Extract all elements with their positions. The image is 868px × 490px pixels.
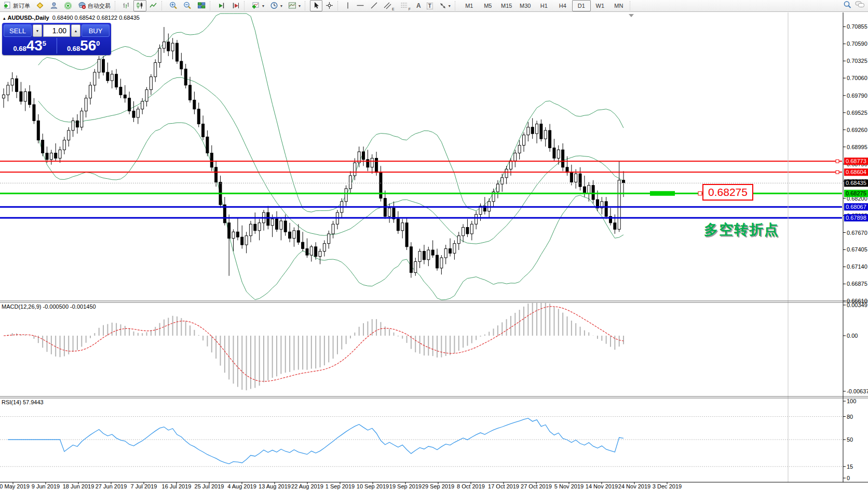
signals-icon: [64, 2, 72, 10]
market-watch-button[interactable]: [33, 0, 47, 11]
periods-button[interactable]: ▾: [267, 0, 285, 11]
crosshair-tool-button[interactable]: [323, 0, 336, 11]
templates-button[interactable]: ▾: [286, 0, 303, 11]
autotrading-button[interactable]: 自动交易: [75, 0, 113, 11]
date-label[interactable]: 10 Sep 2019: [357, 483, 389, 489]
timeframe-button-MN[interactable]: MN: [609, 0, 628, 11]
volume-input[interactable]: [43, 24, 70, 37]
date-label[interactable]: 1 Sep 2019: [326, 483, 355, 489]
date-label[interactable]: 30 May 2019: [0, 483, 30, 489]
volume-increase-button[interactable]: ▲: [71, 24, 80, 37]
candle-body: [167, 42, 170, 51]
price-badge-label: 0.68067: [846, 204, 866, 210]
hline-end-handle[interactable]: [836, 170, 839, 174]
profiles-button[interactable]: [47, 0, 61, 11]
price-callout-box[interactable]: 0.68275: [702, 184, 753, 201]
candle-body: [171, 43, 174, 51]
templates-dropdown-arrow[interactable]: ▾: [299, 4, 301, 8]
hline-anchor-handle[interactable]: [698, 192, 702, 195]
autotrading-label: 自动交易: [88, 2, 111, 10]
trendline-tool-button[interactable]: [368, 0, 381, 11]
candle-body: [29, 91, 31, 104]
line-chart-icon: [150, 2, 157, 10]
text-tool-button[interactable]: A: [414, 0, 424, 11]
toolbar-right-icons: [843, 1, 865, 11]
date-label[interactable]: 9 Jun 2019: [32, 483, 60, 489]
chart-shift-marker[interactable]: [629, 14, 634, 17]
candle-body: [375, 158, 378, 172]
date-label[interactable]: 8 Oct 2019: [457, 483, 485, 489]
date-label[interactable]: 19 Sep 2019: [389, 483, 422, 489]
periods-dropdown-arrow[interactable]: ▾: [280, 4, 282, 8]
timeframe-button-H1[interactable]: H1: [535, 0, 553, 11]
candle-body: [180, 61, 183, 69]
date-label[interactable]: 13 Aug 2019: [259, 483, 291, 489]
chart-canvas[interactable]: 0.708550.705900.703250.700600.697900.695…: [0, 0, 868, 490]
collapse-subwindow-icon[interactable]: ▴: [3, 16, 6, 21]
date-label[interactable]: 4 Aug 2019: [227, 483, 256, 489]
zoom-in-button[interactable]: [167, 0, 180, 11]
volume-decrease-button[interactable]: ▼: [33, 24, 42, 37]
indicators-button[interactable]: ▾: [249, 0, 267, 11]
indicators-dropdown-arrow[interactable]: ▾: [262, 4, 264, 8]
text-label-tool-button[interactable]: T: [424, 0, 436, 11]
candle-body: [89, 85, 92, 98]
date-label[interactable]: 24 Nov 2019: [618, 483, 650, 489]
tile-windows-button[interactable]: [195, 0, 208, 11]
timeframe-button-W1[interactable]: W1: [591, 0, 609, 11]
date-label[interactable]: 16 Jul 2019: [162, 483, 192, 489]
date-label[interactable]: 27 Jun 2019: [96, 483, 127, 489]
candle-body: [345, 189, 347, 202]
rsi-line: [8, 418, 623, 464]
date-label[interactable]: 17 Oct 2019: [488, 483, 519, 489]
toolbar-separator: [244, 1, 248, 10]
search-icon[interactable]: [843, 1, 852, 11]
candle-body: [423, 251, 425, 260]
fibonacci-tool-button[interactable]: F: [398, 0, 413, 11]
candle-body: [431, 250, 434, 255]
sell-button[interactable]: SELL: [4, 24, 32, 37]
chat-icon[interactable]: [855, 1, 865, 11]
timeframe-button-H4[interactable]: H4: [553, 0, 572, 11]
sell-price[interactable]: 0.68435: [4, 38, 56, 54]
bar-chart-button[interactable]: [120, 0, 133, 11]
date-label[interactable]: 22 Aug 2019: [291, 483, 323, 489]
candle-body: [24, 91, 26, 101]
toolbar-separator: [455, 1, 458, 10]
candlestick-chart-button[interactable]: [133, 0, 146, 11]
arrows-dropdown-arrow[interactable]: ▾: [449, 4, 451, 8]
vertical-line-tool-button[interactable]: [343, 0, 353, 11]
date-label[interactable]: 29 Sep 2019: [422, 483, 454, 489]
hline-selection-handle[interactable]: [650, 191, 675, 196]
new-order-icon: [4, 2, 11, 10]
date-label[interactable]: 18 Jun 2019: [63, 483, 94, 489]
date-label[interactable]: 7 Jul 2019: [131, 483, 157, 489]
buy-price-prefix: 0.68: [67, 45, 80, 52]
candle-body: [37, 121, 39, 140]
date-label[interactable]: 3 Dec 2019: [653, 483, 682, 489]
arrows-tool-button[interactable]: ▾: [436, 0, 453, 11]
auto-scroll-icon: [218, 2, 226, 10]
chart-shift-button[interactable]: [229, 0, 242, 11]
date-label[interactable]: 14 Nov 2019: [586, 483, 618, 489]
hline-end-handle[interactable]: [836, 160, 839, 163]
date-label[interactable]: 5 Nov 2019: [554, 483, 584, 489]
date-label[interactable]: 27 Oct 2019: [521, 483, 552, 489]
buy-price[interactable]: 0.68560: [58, 38, 110, 54]
auto-scroll-button[interactable]: [215, 0, 228, 11]
timeframe-button-M15[interactable]: M15: [497, 0, 516, 11]
timeframe-button-M1[interactable]: M1: [460, 0, 479, 11]
new-order-button[interactable]: 新订单: [1, 0, 33, 11]
timeframe-button-M30[interactable]: M30: [516, 0, 535, 11]
signals-button[interactable]: [61, 0, 75, 11]
equidistant-channel-tool-button[interactable]: E: [381, 0, 397, 11]
horizontal-line-tool-button[interactable]: [354, 0, 367, 11]
timeframe-button-M5[interactable]: M5: [479, 0, 497, 11]
cursor-tool-button[interactable]: [310, 0, 322, 11]
candle-body: [63, 140, 65, 150]
zoom-out-button[interactable]: [181, 0, 194, 11]
line-chart-button[interactable]: [147, 0, 160, 11]
timeframe-button-D1[interactable]: D1: [572, 0, 591, 11]
buy-button[interactable]: BUY: [82, 24, 110, 37]
date-label[interactable]: 25 Jul 2019: [195, 483, 224, 489]
